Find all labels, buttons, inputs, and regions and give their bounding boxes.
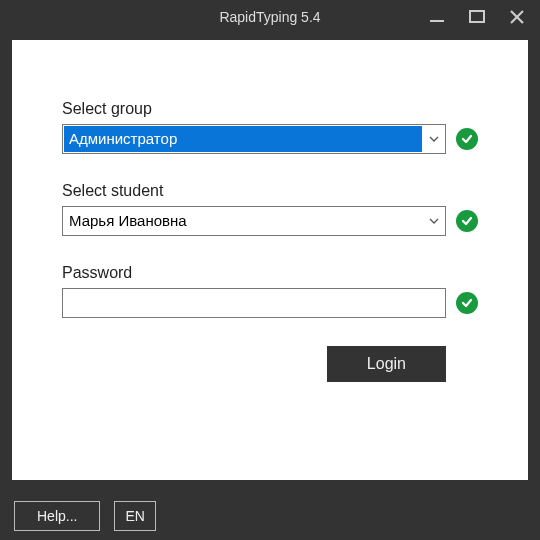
chevron-down-icon <box>423 215 445 227</box>
student-label: Select student <box>62 182 478 200</box>
login-row: Login <box>62 346 478 382</box>
group-select-value: Администратор <box>64 126 422 152</box>
check-icon <box>456 292 478 314</box>
group-field: Select group Администратор <box>62 100 478 154</box>
student-select-value: Марья Ивановна <box>63 207 423 235</box>
chevron-down-icon <box>423 133 445 145</box>
login-button[interactable]: Login <box>327 346 446 382</box>
svg-rect-1 <box>470 11 484 22</box>
password-field: Password <box>62 264 478 318</box>
password-label: Password <box>62 264 478 282</box>
group-select[interactable]: Администратор <box>62 124 446 154</box>
window-buttons <box>426 0 534 34</box>
check-icon <box>456 128 478 150</box>
student-select[interactable]: Марья Ивановна <box>62 206 446 236</box>
close-icon[interactable] <box>506 6 528 28</box>
maximize-icon[interactable] <box>466 6 488 28</box>
help-button[interactable]: Help... <box>14 501 100 531</box>
titlebar: RapidTyping 5.4 <box>0 0 540 34</box>
minimize-icon[interactable] <box>426 6 448 28</box>
app-window: RapidTyping 5.4 Select group Администрат… <box>0 0 540 540</box>
password-input[interactable] <box>63 289 445 317</box>
check-icon <box>456 210 478 232</box>
content-wrap: Select group Администратор Select studen… <box>0 34 540 492</box>
login-panel: Select group Администратор Select studen… <box>12 40 528 480</box>
language-button[interactable]: EN <box>114 501 155 531</box>
group-label: Select group <box>62 100 478 118</box>
footer: Help... EN <box>0 492 540 540</box>
student-field: Select student Марья Ивановна <box>62 182 478 236</box>
password-input-wrap <box>62 288 446 318</box>
